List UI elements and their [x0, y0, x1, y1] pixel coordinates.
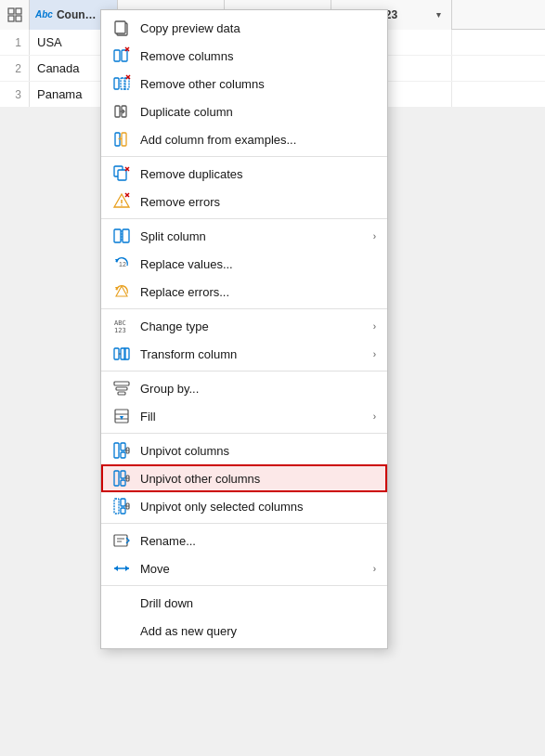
separator-1	[101, 156, 387, 157]
col-label-country: Country	[57, 8, 97, 21]
split-column-arrow: ›	[373, 231, 376, 241]
separator-3	[101, 308, 387, 309]
svg-rect-0	[8, 8, 14, 14]
menu-item-unpivot-other-columns[interactable]: Unpivot other columns	[101, 464, 387, 492]
svg-rect-48	[118, 392, 125, 395]
split-column-icon	[109, 225, 135, 247]
group-by-icon	[109, 377, 135, 399]
menu-label-duplicate-column: Duplicate column	[140, 105, 376, 119]
col-type-icon-country: Abc	[35, 9, 53, 20]
menu-label-fill: Fill	[140, 410, 373, 424]
remove-duplicates-icon	[109, 163, 135, 185]
menu-item-move[interactable]: Move ›	[101, 554, 387, 582]
svg-rect-47	[116, 387, 127, 390]
svg-rect-1	[16, 8, 21, 14]
duplicate-column-icon	[109, 100, 135, 123]
menu-item-add-new-query[interactable]: Add as new query	[101, 617, 387, 645]
separator-2	[101, 218, 387, 219]
menu-item-unpivot-selected-columns[interactable]: Unpivot only selected columns	[101, 492, 387, 520]
menu-item-transform-column[interactable]: Transform column ›	[101, 340, 387, 368]
unpivot-columns-icon	[109, 439, 135, 462]
menu-item-remove-duplicates[interactable]: Remove duplicates	[101, 160, 387, 188]
menu-label-replace-values: Replace values...	[140, 257, 376, 271]
svg-rect-10	[114, 78, 119, 89]
svg-rect-65	[121, 508, 125, 514]
menu-item-remove-other-columns[interactable]: Remove other columns	[101, 70, 387, 98]
svg-rect-6	[114, 50, 120, 61]
svg-marker-72	[114, 566, 118, 571]
menu-label-unpivot-columns: Unpivot columns	[140, 444, 376, 458]
svg-rect-29	[114, 229, 121, 242]
menu-label-unpivot-other-columns: Unpivot other columns	[140, 472, 376, 486]
menu-label-replace-errors: Replace errors...	[140, 285, 376, 299]
svg-marker-38	[115, 287, 119, 291]
remove-other-columns-icon	[109, 72, 135, 95]
svg-rect-54	[121, 443, 125, 450]
svg-rect-30	[123, 229, 129, 242]
svg-rect-64	[121, 499, 125, 506]
menu-label-rename: Rename...	[140, 534, 376, 548]
menu-item-split-column[interactable]: Split column ›	[101, 222, 387, 250]
svg-rect-18	[122, 133, 126, 146]
menu-label-remove-other-columns: Remove other columns	[140, 77, 376, 91]
menu-label-remove-duplicates: Remove duplicates	[140, 167, 376, 181]
svg-rect-53	[114, 443, 119, 458]
menu-item-copy-preview[interactable]: Copy preview data	[101, 14, 387, 42]
change-type-icon: ABC 123	[109, 315, 135, 337]
separator-6	[101, 523, 387, 524]
menu-item-unpivot-columns[interactable]: Unpivot columns	[101, 437, 387, 464]
fill-icon	[109, 405, 135, 427]
menu-label-copy-preview: Copy preview data	[140, 21, 376, 35]
change-type-arrow: ›	[373, 321, 376, 332]
svg-point-26	[121, 204, 123, 206]
menu-item-rename[interactable]: Rename...	[101, 527, 387, 554]
drill-down-icon	[109, 592, 135, 614]
svg-rect-46	[114, 382, 129, 385]
menu-item-replace-values[interactable]: 1 2 Replace values...	[101, 250, 387, 278]
add-new-query-icon	[109, 619, 135, 642]
svg-rect-63	[114, 499, 119, 514]
separator-7	[101, 585, 387, 586]
menu-label-transform-column: Transform column	[140, 347, 373, 361]
menu-item-remove-columns[interactable]: Remove columns	[101, 42, 387, 70]
menu-item-change-type[interactable]: ABC 123 Change type ›	[101, 312, 387, 340]
move-icon	[109, 557, 135, 580]
menu-label-change-type: Change type	[140, 319, 373, 333]
svg-rect-15	[115, 106, 120, 117]
svg-rect-2	[8, 16, 14, 21]
menu-item-fill[interactable]: Fill ›	[101, 402, 387, 430]
menu-label-move: Move	[140, 562, 373, 576]
svg-text:2: 2	[123, 261, 126, 267]
row-num-1: 1	[0, 30, 30, 55]
svg-rect-55	[121, 452, 125, 458]
svg-rect-5	[115, 21, 125, 33]
menu-label-group-by: Group by...	[140, 382, 376, 396]
menu-item-drill-down[interactable]: Drill down	[101, 589, 387, 617]
svg-rect-21	[118, 170, 126, 180]
unpivot-other-columns-icon	[109, 467, 135, 489]
menu-item-remove-errors[interactable]: Remove errors	[101, 188, 387, 215]
menu-label-add-new-query: Add as new query	[140, 624, 376, 638]
svg-text:123: 123	[114, 327, 126, 334]
menu-item-add-column-examples[interactable]: + Add column from examples...	[101, 125, 387, 153]
add-column-examples-icon: +	[109, 128, 135, 150]
col-dropdown-date3[interactable]: ▾	[431, 7, 446, 22]
menu-item-replace-errors[interactable]: Replace errors...	[101, 278, 387, 306]
svg-rect-68	[114, 535, 127, 546]
context-menu: Copy preview data Remove columns Remove …	[100, 9, 388, 649]
transform-column-arrow: ›	[373, 349, 376, 359]
replace-values-icon: 1 2	[109, 253, 135, 275]
svg-rect-42	[114, 348, 119, 359]
replace-errors-icon	[109, 280, 135, 303]
remove-errors-icon	[109, 190, 135, 213]
menu-item-group-by[interactable]: Group by...	[101, 374, 387, 402]
unpivot-selected-columns-icon	[109, 495, 135, 517]
menu-label-drill-down: Drill down	[140, 596, 376, 610]
menu-item-duplicate-column[interactable]: Duplicate column	[101, 98, 387, 125]
fill-arrow: ›	[373, 411, 376, 422]
svg-rect-59	[121, 471, 125, 478]
separator-4	[101, 371, 387, 371]
row-num-3: 3	[0, 82, 30, 107]
menu-label-remove-errors: Remove errors	[140, 195, 376, 209]
move-arrow: ›	[373, 564, 376, 574]
